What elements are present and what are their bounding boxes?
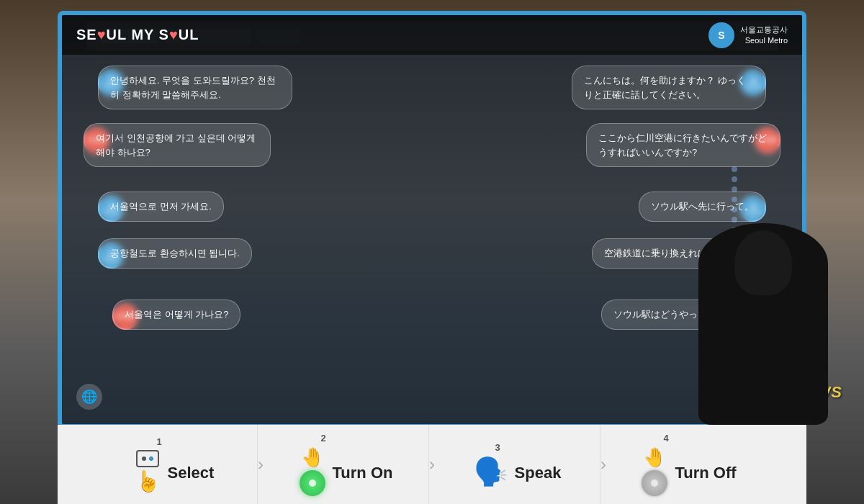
bubble-r3: 🖥 TTOTA ソウル駅へ先に行って。 bbox=[639, 192, 766, 222]
turnoff-icon: 🤚 bbox=[642, 446, 667, 496]
bubble-l3: 🖥 TTOTA 서울역으로 먼저 가세요. bbox=[98, 192, 224, 222]
person-silhouette bbox=[691, 223, 835, 425]
header-bar: SE♥UL MY S♥UL S 서울교통공사 Seoul Metro bbox=[62, 15, 802, 55]
step-1-label: Select bbox=[168, 464, 215, 482]
arrow-1: › bbox=[258, 425, 264, 504]
turnon-icon: 🤚 bbox=[300, 446, 325, 496]
seoul-logo: SE♥UL MY S♥UL bbox=[76, 27, 199, 43]
step-3-label: Speak bbox=[515, 464, 562, 482]
bubble-l4: 🖥 TTOTA 공항철도로 환승하시면 됩니다. bbox=[98, 238, 252, 269]
bubble-l1: 🖥 TTOTA 안녕하세요. 무엇을 도와드릴까요? 천천히 정확하게 말씀해주… bbox=[98, 66, 292, 109]
heart-icon: ♥ bbox=[97, 27, 107, 42]
step-1-number: 1 bbox=[157, 436, 162, 447]
step-2-label: Turn On bbox=[333, 464, 393, 482]
step-speak: 3 🗣️ Speak bbox=[435, 425, 600, 504]
step-3-number: 3 bbox=[495, 442, 500, 453]
bubble-l5: 日本語 서울역은 어떻게 가나요? bbox=[112, 300, 240, 330]
select-icon: ☝️ bbox=[135, 450, 161, 493]
bubble-l2: 日本語 여기서 인천공항에 가고 싶은데 어떻게 해야 하나요? bbox=[84, 123, 271, 167]
step-turnoff: 4 🤚 Turn Off bbox=[606, 425, 772, 504]
step-select: 1 ☝️ Select bbox=[92, 425, 258, 504]
arrow-3: › bbox=[600, 425, 606, 504]
metro-logo-circle: S bbox=[708, 22, 734, 48]
globe-button[interactable]: 🌐 bbox=[76, 384, 102, 410]
metro-name: 서울교통공사 Seoul Metro bbox=[740, 24, 788, 45]
speak-icon: 🗣️ bbox=[474, 456, 508, 487]
step-turnon: 2 🤚 Turn On bbox=[264, 425, 429, 504]
step-4-number: 4 bbox=[663, 433, 668, 444]
arrow-2: › bbox=[429, 425, 435, 504]
bubble-r1: 🖥 TTOTA こんにちは。何を助けますか？ ゆっくりと正確に話してください。 bbox=[572, 66, 766, 109]
bubble-r2: 日本語 ここから仁川空港に行きたいんですがどうすればいいんですか? bbox=[586, 123, 780, 167]
metro-logo-area: S 서울교통공사 Seoul Metro bbox=[708, 22, 788, 48]
main-container: SE♥UL MY S♥UL S 서울교통공사 Seoul Metro 🖥 bbox=[0, 0, 864, 504]
heart-icon-2: ♥ bbox=[169, 27, 179, 42]
step-2-number: 2 bbox=[321, 433, 326, 444]
step-4-label: Turn Off bbox=[675, 464, 736, 482]
instruction-strip: 1 ☝️ Select › 2 bbox=[58, 425, 806, 504]
